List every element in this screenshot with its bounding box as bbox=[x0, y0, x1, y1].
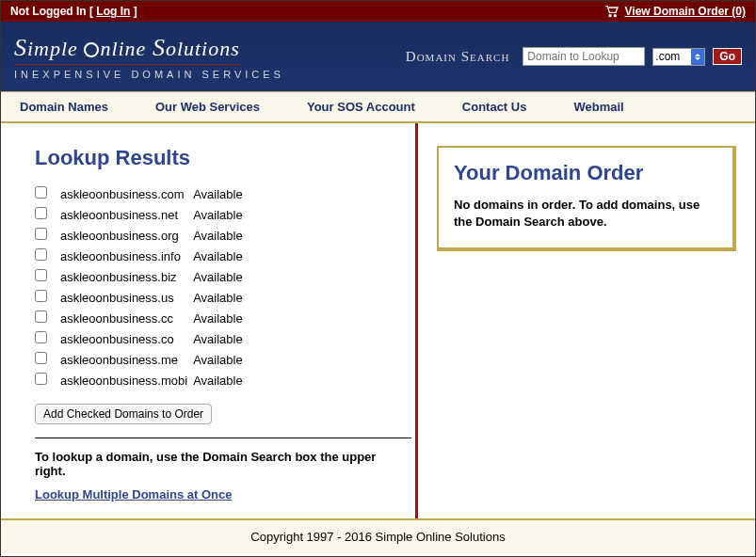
nav-domain-names[interactable]: Domain Names bbox=[20, 100, 108, 114]
results-title: Lookup Results bbox=[35, 146, 406, 170]
domain-checkbox[interactable] bbox=[35, 248, 47, 261]
domain-status-cell: Available bbox=[193, 328, 249, 349]
domain-name-cell: askleoonbusiness.net bbox=[60, 204, 193, 225]
domain-name-cell: askleoonbusiness.org bbox=[60, 225, 193, 246]
domain-checkbox[interactable] bbox=[35, 310, 47, 323]
domain-status-cell: Available bbox=[193, 287, 249, 308]
table-row: askleoonbusiness.usAvailable bbox=[35, 287, 249, 308]
domain-name-cell: askleoonbusiness.us bbox=[60, 287, 193, 308]
select-arrows-icon bbox=[691, 49, 704, 65]
domain-search: Domain Search .com Go bbox=[406, 47, 742, 66]
cart-area[interactable]: View Domain Order (0) bbox=[604, 5, 746, 18]
go-button[interactable]: Go bbox=[713, 48, 742, 65]
domain-name-cell: askleoonbusiness.info bbox=[60, 246, 193, 266]
table-row: askleoonbusiness.bizAvailable bbox=[35, 266, 249, 287]
table-row: askleoonbusiness.meAvailable bbox=[35, 349, 249, 370]
tld-select[interactable]: .com bbox=[653, 49, 691, 64]
results-column: Lookup Results askleoonbusiness.comAvail… bbox=[1, 123, 406, 518]
domain-status-cell: Available bbox=[193, 225, 249, 246]
domain-status-cell: Available bbox=[193, 370, 249, 390]
nav-webmail[interactable]: Webmail bbox=[573, 100, 623, 114]
domain-status-cell: Available bbox=[193, 266, 249, 287]
view-order-link[interactable]: View Domain Order (0) bbox=[625, 5, 746, 18]
logo-main: Simple nline Solutions bbox=[14, 34, 240, 65]
order-title: Your Domain Order bbox=[454, 161, 717, 185]
domain-name-cell: askleoonbusiness.mobi bbox=[60, 370, 193, 390]
cart-icon bbox=[604, 5, 619, 18]
domain-status-cell: Available bbox=[193, 246, 249, 266]
svg-point-0 bbox=[609, 15, 611, 17]
domain-name-cell: askleoonbusiness.co bbox=[60, 328, 193, 349]
domain-status-cell: Available bbox=[193, 204, 249, 225]
domain-checkbox[interactable] bbox=[35, 228, 47, 240]
topbar: Not Logged In [ Log In ] View Domain Ord… bbox=[1, 1, 755, 22]
main-nav: Domain Names Our Web Services Your SOS A… bbox=[1, 91, 755, 123]
order-box: Your Domain Order No domains in order. T… bbox=[437, 146, 736, 251]
domain-checkbox[interactable] bbox=[35, 331, 47, 343]
lookup-hint: To lookup a domain, use the Domain Searc… bbox=[35, 450, 406, 478]
table-row: askleoonbusiness.orgAvailable bbox=[35, 225, 249, 246]
lookup-multiple-link[interactable]: Lookup Multiple Domains at Once bbox=[35, 487, 232, 501]
domain-checkbox[interactable] bbox=[35, 186, 47, 199]
order-column: Your Domain Order No domains in order. T… bbox=[415, 123, 755, 518]
content: Lookup Results askleoonbusiness.comAvail… bbox=[1, 123, 755, 518]
domain-checkbox[interactable] bbox=[35, 290, 47, 302]
header: Simple nline Solutions INEXPENSIVE DOMAI… bbox=[1, 22, 755, 91]
table-row: askleoonbusiness.mobiAvailable bbox=[35, 370, 249, 390]
not-logged-text: Not Logged In [ bbox=[10, 5, 96, 18]
domain-name-cell: askleoonbusiness.me bbox=[60, 349, 193, 370]
copyright: Copyright 1997 - 2016 Simple Online Solu… bbox=[250, 530, 505, 544]
order-empty-text: No domains in order. To add domains, use… bbox=[454, 197, 717, 231]
domain-status-cell: Available bbox=[193, 349, 249, 370]
nav-contact-us[interactable]: Contact Us bbox=[462, 100, 527, 114]
domain-checkbox[interactable] bbox=[35, 207, 47, 219]
domain-status-cell: Available bbox=[193, 308, 249, 328]
search-title: Domain Search bbox=[406, 49, 509, 65]
domain-name-cell: askleoonbusiness.com bbox=[60, 183, 193, 204]
login-link[interactable]: Log In bbox=[96, 5, 130, 18]
footer: Copyright 1997 - 2016 Simple Online Solu… bbox=[1, 518, 755, 553]
domain-checkbox[interactable] bbox=[35, 373, 47, 385]
domain-checkbox[interactable] bbox=[35, 352, 47, 364]
o-ring-icon bbox=[84, 42, 99, 57]
nav-web-services[interactable]: Our Web Services bbox=[155, 100, 260, 114]
domain-lookup-input[interactable] bbox=[523, 47, 645, 66]
table-row: askleoonbusiness.comAvailable bbox=[35, 183, 249, 204]
table-row: askleoonbusiness.coAvailable bbox=[35, 328, 249, 349]
divider bbox=[35, 438, 411, 438]
add-checked-button[interactable]: Add Checked Domains to Order bbox=[35, 404, 212, 424]
bracket-close: ] bbox=[130, 5, 137, 18]
domain-name-cell: askleoonbusiness.biz bbox=[60, 266, 193, 287]
tld-select-wrap[interactable]: .com bbox=[652, 48, 705, 66]
domain-name-cell: askleoonbusiness.cc bbox=[60, 308, 193, 328]
table-row: askleoonbusiness.infoAvailable bbox=[35, 246, 249, 266]
svg-point-1 bbox=[614, 15, 616, 17]
logo-tagline: INEXPENSIVE DOMAIN SERVICES bbox=[14, 69, 284, 80]
table-row: askleoonbusiness.netAvailable bbox=[35, 204, 249, 225]
nav-sos-account[interactable]: Your SOS Account bbox=[307, 100, 415, 114]
table-row: askleoonbusiness.ccAvailable bbox=[35, 308, 249, 328]
logo: Simple nline Solutions INEXPENSIVE DOMAI… bbox=[14, 34, 284, 80]
domain-checkbox[interactable] bbox=[35, 269, 47, 281]
results-table: askleoonbusiness.comAvailableaskleoonbus… bbox=[35, 183, 249, 390]
login-status: Not Logged In [ Log In ] bbox=[10, 5, 137, 18]
domain-status-cell: Available bbox=[193, 183, 249, 204]
